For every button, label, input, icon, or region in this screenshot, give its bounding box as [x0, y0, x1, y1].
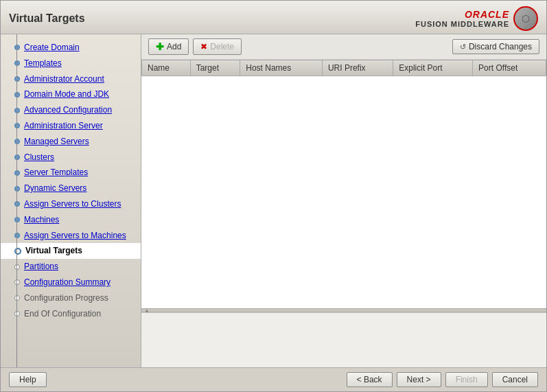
sidebar-label-dynamic-servers[interactable]: Dynamic Servers [24, 183, 86, 194]
oracle-logo-icon [513, 6, 538, 31]
virtual-targets-table: Name Target Host Names URI Prefix Explic… [141, 60, 546, 76]
sidebar-dot [14, 92, 20, 97]
sidebar-item-admin-account[interactable]: Administrator Account [1, 71, 141, 87]
sidebar-item-clusters[interactable]: Clusters [1, 150, 141, 165]
col-uri-prefix: URI Prefix [322, 60, 393, 76]
sidebar-item-partitions[interactable]: Partitions [1, 259, 141, 275]
footer: Help < Back Next > Finish Cancel [1, 367, 546, 391]
toolbar-left: ✚ Add ✖ Delete [148, 38, 242, 55]
back-button[interactable]: < Back [347, 372, 393, 387]
sidebar-dot [14, 123, 20, 128]
header: Virtual Targets ORACLE FUSION MIDDLEWARE [1, 1, 546, 34]
help-button[interactable]: Help [9, 372, 47, 387]
sidebar-item-create-domain[interactable]: Create Domain [1, 40, 141, 56]
sidebar-label-server-templates[interactable]: Server Templates [24, 167, 88, 178]
sidebar-label-domain-mode[interactable]: Domain Mode and JDK [24, 89, 109, 100]
sidebar-dot [14, 45, 20, 50]
add-button[interactable]: ✚ Add [148, 38, 189, 55]
sidebar-dot [14, 60, 20, 66]
delete-icon: ✖ [200, 42, 207, 51]
discard-changes-button[interactable]: ↺ Discard Changes [452, 39, 539, 54]
delete-button[interactable]: ✖ Delete [193, 38, 242, 55]
sidebar-label-managed-servers[interactable]: Managed Servers [24, 136, 89, 148]
cancel-button[interactable]: Cancel [492, 372, 538, 387]
sidebar-dot [14, 76, 20, 82]
sidebar-label-virtual-targets: Virtual Targets [25, 245, 82, 257]
toolbar: ✚ Add ✖ Delete ↺ Discard Changes [141, 34, 546, 60]
discard-label: Discard Changes [469, 42, 532, 51]
add-label: Add [167, 42, 181, 51]
sidebar-label-advanced-config[interactable]: Advanced Configuration [24, 104, 112, 116]
sidebar-dot [14, 233, 20, 238]
oracle-text: ORACLE [465, 9, 509, 20]
footer-right: < Back Next > Finish Cancel [347, 372, 538, 387]
sidebar-item-domain-mode[interactable]: Domain Mode and JDK [1, 87, 141, 102]
sidebar-label-clusters[interactable]: Clusters [24, 152, 54, 163]
sidebar-dot [14, 186, 20, 192]
sidebar-item-admin-server[interactable]: Administration Server [1, 118, 141, 134]
sidebar-label-assign-servers-clusters[interactable]: Assign Servers to Clusters [24, 198, 121, 210]
sidebar-item-dynamic-servers[interactable]: Dynamic Servers [1, 181, 141, 196]
next-button[interactable]: Next > [397, 372, 441, 387]
main-window: Virtual Targets ORACLE FUSION MIDDLEWARE… [0, 0, 547, 392]
discard-icon: ↺ [460, 43, 466, 51]
col-name: Name [142, 60, 191, 76]
table-header-row: Name Target Host Names URI Prefix Explic… [142, 60, 546, 76]
sidebar-label-templates[interactable]: Templates [24, 58, 62, 69]
oracle-brand: ORACLE FUSION MIDDLEWARE [415, 6, 538, 31]
sidebar-dot-current [14, 248, 21, 255]
sidebar-dot [14, 201, 20, 207]
sidebar-item-virtual-targets: Virtual Targets [1, 243, 141, 259]
oracle-logo: ORACLE FUSION MIDDLEWARE [415, 6, 538, 31]
lower-panel [141, 312, 546, 367]
finish-button[interactable]: Finish [445, 372, 488, 387]
delete-label: Delete [210, 42, 234, 51]
col-target: Target [190, 60, 240, 76]
sidebar-dot [14, 139, 20, 144]
fusion-text: FUSION MIDDLEWARE [415, 20, 509, 28]
col-host-names: Host Names [240, 60, 323, 76]
content-area: ✚ Add ✖ Delete ↺ Discard Changes [141, 34, 546, 367]
sidebar-label-partitions[interactable]: Partitions [24, 261, 58, 273]
sidebar-item-managed-servers[interactable]: Managed Servers [1, 134, 141, 150]
sidebar-line [16, 34, 17, 367]
page-title: Virtual Targets [9, 12, 85, 25]
sidebar-dot [14, 311, 20, 316]
sidebar-dot [14, 295, 20, 301]
sidebar-item-assign-servers-machines[interactable]: Assign Servers to Machines [1, 228, 141, 244]
sidebar-dot [14, 217, 20, 222]
main-area: Create Domain Templates Administrator Ac… [1, 34, 546, 367]
sidebar-label-machines[interactable]: Machines [24, 214, 59, 226]
sidebar-dot [14, 154, 20, 160]
sidebar-dot [14, 279, 20, 285]
table-container: Name Target Host Names URI Prefix Explic… [141, 60, 546, 308]
sidebar-label-config-summary[interactable]: Configuration Summary [24, 277, 110, 288]
sidebar-dot [14, 264, 20, 270]
sidebar-item-advanced-config[interactable]: Advanced Configuration [1, 102, 141, 118]
add-icon: ✚ [156, 41, 164, 52]
sidebar-dot [14, 170, 20, 176]
sidebar-item-server-templates[interactable]: Server Templates [1, 165, 141, 181]
sidebar-item-assign-servers-clusters[interactable]: Assign Servers to Clusters [1, 196, 141, 212]
col-port-offset: Port Offset [473, 60, 546, 76]
sidebar-item-machines[interactable]: Machines [1, 212, 141, 228]
sidebar-dot [14, 108, 20, 113]
sidebar-label-create-domain[interactable]: Create Domain [24, 42, 80, 54]
sidebar-label-assign-servers-machines[interactable]: Assign Servers to Machines [24, 230, 126, 242]
sidebar-label-end-of-config: End Of Configuration [24, 308, 101, 320]
sidebar-item-config-progress: Configuration Progress [1, 290, 141, 306]
toolbar-right: ↺ Discard Changes [452, 39, 539, 54]
sidebar-item-end-of-config: End Of Configuration [1, 306, 141, 322]
sidebar-item-config-summary[interactable]: Configuration Summary [1, 275, 141, 290]
sidebar-label-admin-server[interactable]: Administration Server [24, 120, 103, 132]
col-explicit-port: Explicit Port [393, 60, 473, 76]
sidebar-item-templates[interactable]: Templates [1, 56, 141, 71]
sidebar-label-admin-account[interactable]: Administrator Account [24, 73, 104, 85]
sidebar-label-config-progress: Configuration Progress [24, 292, 108, 304]
sidebar: Create Domain Templates Administrator Ac… [1, 34, 141, 367]
footer-left: Help [9, 372, 47, 387]
